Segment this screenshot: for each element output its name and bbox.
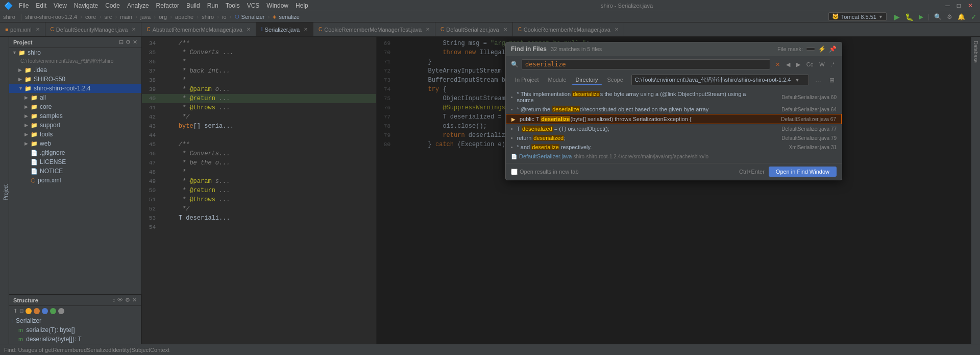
menu-build[interactable]: Build (183, 1, 203, 10)
tree-item-all[interactable]: ▶ 📁 all (9, 93, 141, 102)
window-maximize[interactable]: □ (954, 1, 964, 10)
menu-view[interactable]: View (51, 1, 70, 10)
str-icon1[interactable] (26, 308, 32, 314)
open-find-window-btn[interactable]: Open in Find Window (769, 167, 837, 177)
tab-ser-close[interactable]: ✕ (304, 27, 308, 32)
structure-settings-icon[interactable]: ⚙ (125, 297, 130, 303)
menu-run[interactable]: Run (204, 1, 222, 10)
left-tab-project[interactable]: Project (3, 184, 9, 200)
str-icon3[interactable] (42, 308, 48, 314)
filter-icon[interactable]: ⚡ (818, 45, 826, 53)
scope-tab-directory[interactable]: Directory (572, 76, 602, 85)
breadcrumb-main[interactable]: main (120, 14, 132, 20)
tab-abstractrememember[interactable]: C AbstractRememberMeManager.java ✕ (141, 22, 256, 36)
tree-item-gitignore[interactable]: ▶ 📄 .gitignore (9, 148, 141, 157)
breadcrumb-org[interactable]: org (159, 14, 167, 20)
str-icon4[interactable] (50, 308, 56, 314)
tab-arm-close[interactable]: ✕ (247, 27, 251, 32)
tree-item-web[interactable]: ▶ 📁 web (9, 139, 141, 148)
tab-cookierememember[interactable]: C CookieRememberMeManager.java ✕ (513, 22, 624, 36)
breadcrumb-serializer[interactable]: Serializer (241, 14, 265, 20)
tree-item-support[interactable]: ▶ 📁 support (9, 121, 141, 130)
result-item-5[interactable]: • return deserialized; DefaultSerializer… (506, 133, 842, 143)
tree-item-root[interactable]: ▼ 📁 shiro-shiro-root-1.2.4 (9, 84, 141, 93)
menu-navigate[interactable]: Navigate (71, 1, 101, 10)
menu-help[interactable]: Help (292, 1, 311, 10)
result-item-3[interactable]: ▶ public T deserialize(byte[] serialized… (506, 114, 842, 124)
breadcrumb-core[interactable]: core (85, 14, 96, 20)
prev-result-btn[interactable]: ◀ (784, 60, 792, 69)
file-mask-input[interactable] (806, 48, 815, 51)
search-input-wrap[interactable]: deserialize (522, 59, 770, 69)
tree-item-pomxml[interactable]: ▶ ⬡ pom.xml (9, 176, 141, 185)
tab-dsm-close[interactable]: ✕ (132, 27, 136, 32)
tab-pom[interactable]: ■ pom.xml ✕ (0, 22, 45, 36)
sort-visibility-icon[interactable]: 👁 (117, 297, 123, 303)
tree-item-idea[interactable]: ▶ 📁 .idea (9, 65, 141, 75)
structure-method-serialize[interactable]: m serialize(T): byte[] (9, 325, 141, 335)
menu-file[interactable]: File (16, 1, 32, 10)
close-sidebar-icon[interactable]: ✕ (133, 39, 137, 45)
run-config[interactable]: 🐱 Tomcat 8.5.51 ▼ (828, 12, 887, 21)
str-sort-icon[interactable]: ⬆ (13, 308, 17, 314)
scope-path-browse[interactable]: … (813, 76, 823, 85)
structure-interface[interactable]: I Serializer (9, 316, 141, 325)
left-editor[interactable]: 34 /** 35 * Converts ... 36 * (142, 37, 377, 344)
tree-item-shiro550[interactable]: ▶ 📁 SHIRO-550 (9, 75, 141, 84)
menu-analyze[interactable]: Analyze (124, 1, 152, 10)
menu-tools[interactable]: Tools (223, 1, 243, 10)
menu-edit[interactable]: Edit (33, 1, 50, 10)
match-case-btn[interactable]: Cc (804, 60, 815, 69)
settings-icon[interactable]: ⚙ (126, 39, 131, 45)
tab-ds-close[interactable]: ✕ (503, 27, 507, 32)
breadcrumb-serialize[interactable]: serialize (279, 14, 299, 20)
breadcrumb-java[interactable]: java (140, 14, 151, 20)
tab-pom-close[interactable]: ✕ (36, 27, 40, 32)
search-everywhere-btn[interactable]: 🔍 (933, 13, 943, 21)
scope-path[interactable]: C:\Tools\enviroment\Java_代码审计\shiro\shir… (631, 75, 809, 85)
debug-btn[interactable]: 🐛 (903, 12, 915, 21)
window-minimize[interactable]: ─ (942, 1, 953, 10)
structure-close-icon[interactable]: ✕ (132, 297, 137, 303)
menu-window[interactable]: Window (263, 1, 291, 10)
result-item-2[interactable]: • * @return the deserialized/reconstitut… (506, 105, 842, 114)
tree-item-shiro[interactable]: ▼ 📁 shiro (9, 48, 141, 57)
scope-tab-module[interactable]: Module (544, 76, 570, 85)
breadcrumb-shiro2[interactable]: shiro (202, 14, 214, 20)
settings-btn[interactable]: ⚙ (945, 13, 954, 21)
right-editor[interactable]: 69 String msg = "argument cannot be null… (377, 37, 971, 344)
structure-method-deserialize[interactable]: m deserialize(byte[]): T (9, 335, 141, 344)
breadcrumb-apache[interactable]: apache (175, 14, 193, 20)
tree-item-license[interactable]: ▶ 📄 LICENSE (9, 157, 141, 167)
run-btn[interactable]: ▶ (893, 12, 901, 21)
database-label[interactable]: Database (973, 41, 978, 63)
tab-crm-close[interactable]: ✕ (615, 27, 619, 32)
pin-icon[interactable]: 📌 (829, 45, 837, 53)
menu-vcs[interactable]: VCS (244, 1, 263, 10)
tab-defaultserializer[interactable]: C DefaultSerializer.java ✕ (435, 22, 513, 36)
tab-serializer[interactable]: I Serializer.java ✕ (256, 22, 313, 36)
scope-tab-scope[interactable]: Scope (603, 76, 627, 85)
notification-btn[interactable]: 🔔 (956, 13, 967, 21)
str-icon2[interactable] (34, 308, 40, 314)
tab-cookietest[interactable]: C CookieRememberMeManagerTest.java ✕ (313, 22, 435, 36)
str-collapse-icon[interactable]: ⊟ (19, 308, 23, 314)
result-item-1[interactable]: • * This implementation deserializes the… (506, 89, 842, 105)
tree-item-core[interactable]: ▶ 📁 core (9, 102, 141, 111)
next-result-btn[interactable]: ▶ (794, 60, 802, 69)
clear-search-btn[interactable]: ✕ (773, 60, 782, 69)
open-new-tab-checkbox[interactable]: Open results in new tab (511, 169, 579, 175)
menu-code[interactable]: Code (102, 1, 123, 10)
coverage-btn[interactable]: ▶ (917, 13, 925, 21)
breadcrumb-src[interactable]: src (104, 14, 112, 20)
menu-refactor[interactable]: Refactor (153, 1, 182, 10)
tab-ct-close[interactable]: ✕ (426, 27, 430, 32)
collapse-all-icon[interactable]: ⊟ (119, 39, 124, 45)
window-close[interactable]: ✕ (965, 1, 976, 10)
breadcrumb-shiro[interactable]: shiro-shiro-root-1.2.4 (25, 14, 77, 20)
result-item-6[interactable]: • * and deserialize respectively. XmlSer… (506, 143, 842, 152)
scope-path-expand[interactable]: ⊞ (827, 76, 837, 85)
tree-item-samples[interactable]: ▶ 📁 samples (9, 111, 141, 121)
regex-btn[interactable]: .* (829, 60, 837, 69)
tree-item-notice[interactable]: ▶ 📄 NOTICE (9, 167, 141, 176)
